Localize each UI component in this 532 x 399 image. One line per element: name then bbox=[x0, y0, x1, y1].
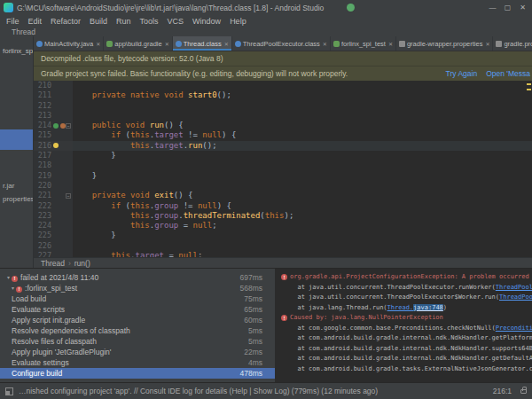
menu-item-build[interactable]: Build bbox=[85, 17, 112, 26]
code-line[interactable]: } bbox=[73, 151, 532, 160]
code-line[interactable]: public void run() { bbox=[73, 121, 532, 130]
build-tree-row[interactable]: Load build75ms bbox=[0, 293, 275, 304]
code-line[interactable]: if (this.group != null) { bbox=[73, 201, 532, 211]
maximize-button[interactable]: ▢ bbox=[500, 2, 515, 13]
fold-icon[interactable]: − bbox=[66, 193, 71, 199]
override-marker-icon[interactable] bbox=[53, 123, 59, 129]
chevron-down-icon[interactable]: ▾ bbox=[12, 283, 14, 293]
stack-frame-link[interactable]: Thread. bbox=[387, 304, 414, 311]
editor-tab[interactable]: MainActivity.java✕ bbox=[34, 36, 104, 51]
project-tree-item[interactable]: r.jar bbox=[3, 179, 34, 192]
build-tree-row[interactable]: Evaluate scripts65ms bbox=[0, 304, 275, 315]
code-line[interactable]: this.group = null; bbox=[73, 221, 532, 231]
code-line[interactable] bbox=[73, 181, 532, 191]
menu-item-run[interactable]: Run bbox=[112, 17, 136, 26]
project-tree-item[interactable]: properties bbox=[3, 192, 34, 206]
code-line[interactable]: this.target = null; bbox=[73, 251, 532, 257]
code-line[interactable]: } bbox=[73, 171, 532, 181]
gutter-line[interactable]: 224 bbox=[34, 221, 73, 231]
build-tree-row[interactable]: ▾!failed at 2021/4/8 11:40697ms bbox=[0, 272, 275, 283]
stack-frame-link[interactable]: Preconditions bbox=[496, 325, 532, 332]
tab-close-icon[interactable]: ✕ bbox=[485, 41, 489, 47]
nav-path[interactable]: Thread bbox=[12, 27, 35, 36]
code-line[interactable]: private native void start0(); bbox=[73, 90, 532, 100]
gutter-line[interactable]: 222 bbox=[34, 201, 73, 211]
gutter-line[interactable]: 226 bbox=[34, 241, 73, 251]
gutter-line[interactable]: 216 bbox=[34, 141, 73, 151]
build-tree-row[interactable]: Resolve files of classpath5ms bbox=[0, 336, 275, 347]
error-stripe-mark[interactable] bbox=[527, 83, 531, 85]
editor[interactable]: 210211212213214−215216217218219220221−22… bbox=[34, 81, 532, 257]
gutter-line[interactable]: 210 bbox=[34, 81, 73, 90]
code-line[interactable] bbox=[73, 81, 532, 90]
gutter-line[interactable]: 225 bbox=[34, 231, 73, 240]
gutter-line[interactable]: 218 bbox=[34, 160, 73, 170]
code-line[interactable] bbox=[73, 101, 532, 111]
gutter-line[interactable]: 213 bbox=[34, 111, 73, 121]
menu-item-help[interactable]: Help bbox=[225, 17, 251, 26]
caret-position[interactable]: 216:1 bbox=[493, 387, 512, 395]
breadcrumb-method[interactable]: run() bbox=[74, 259, 90, 268]
editor-tab[interactable]: gradle.properties✕ bbox=[493, 36, 532, 51]
code-line[interactable] bbox=[73, 160, 532, 170]
menu-item-edit[interactable]: Edit bbox=[24, 17, 47, 26]
editor-tab[interactable]: app\build.gradle✕ bbox=[104, 36, 172, 51]
build-tree-row[interactable]: Configure build478ms bbox=[0, 368, 275, 379]
gutter-line[interactable]: 227 bbox=[34, 251, 73, 257]
gutter-line[interactable]: 223 bbox=[34, 211, 73, 221]
error-stripe-mark[interactable] bbox=[527, 89, 531, 90]
build-tree-row[interactable]: ▾!:forlinx_spi_test568ms bbox=[0, 283, 275, 293]
editor-tab[interactable]: forlinx_spi_test✕ bbox=[331, 36, 396, 51]
tab-close-icon[interactable]: ✕ bbox=[388, 41, 393, 47]
minimize-button[interactable]: — bbox=[485, 2, 500, 13]
menu-item-tools[interactable]: Tools bbox=[136, 17, 163, 26]
build-tree-row[interactable]: Apply plugin 'JetGradlePlugin'22ms bbox=[0, 347, 275, 357]
build-console[interactable]: !org.gradle.api.ProjectConfigurationExce… bbox=[277, 269, 532, 382]
code-line[interactable] bbox=[73, 111, 532, 121]
project-selected-rows[interactable] bbox=[0, 129, 34, 150]
menu-item-vcs[interactable]: VCS bbox=[163, 17, 189, 26]
tab-close-icon[interactable]: ✕ bbox=[96, 41, 100, 47]
build-tree-row[interactable]: Resolve dependencies of classpath5ms bbox=[0, 325, 275, 336]
try-again-link[interactable]: Try Again bbox=[446, 69, 478, 78]
tool-window-toggle-icon[interactable] bbox=[5, 387, 13, 395]
menu-item-file[interactable]: File bbox=[2, 17, 24, 26]
gutter-line[interactable]: 211 bbox=[34, 90, 73, 100]
build-tree-row[interactable]: Apply script init.gradle60ms bbox=[0, 315, 275, 325]
tab-close-icon[interactable]: ✕ bbox=[165, 41, 169, 47]
code-line[interactable] bbox=[73, 241, 532, 251]
gutter-line[interactable]: 215 bbox=[34, 130, 73, 140]
tab-close-icon[interactable]: ✕ bbox=[224, 41, 229, 47]
editor-tab[interactable]: Thread.class✕ bbox=[173, 36, 232, 51]
gutter-line[interactable]: 217 bbox=[34, 151, 73, 160]
editor-gutter[interactable]: 210211212213214−215216217218219220221−22… bbox=[34, 81, 73, 257]
chevron-down-icon[interactable]: ▾ bbox=[7, 272, 10, 283]
gutter-line[interactable]: 214− bbox=[34, 121, 73, 130]
open-messages-link[interactable]: Open 'Messa bbox=[486, 69, 530, 78]
fold-icon[interactable]: − bbox=[66, 123, 71, 129]
gutter-line[interactable]: 212 bbox=[34, 101, 73, 111]
code-line[interactable]: this.group.threadTerminated(this); bbox=[73, 211, 532, 221]
menu-item-refactor[interactable]: Refactor bbox=[46, 17, 85, 26]
editor-tab[interactable]: ThreadPoolExecutor.class✕ bbox=[232, 36, 331, 51]
stack-frame-link[interactable]: java:748 bbox=[413, 304, 443, 311]
navigation-bar[interactable]: Thread bbox=[0, 27, 532, 36]
gutter-line[interactable]: 219 bbox=[34, 171, 73, 181]
project-panel[interactable]: forlinx_spi_te r.jarproperties bbox=[0, 36, 34, 268]
project-root-label[interactable]: forlinx_spi_te bbox=[3, 47, 34, 55]
close-button[interactable]: ✕ bbox=[515, 2, 530, 13]
editor-tab[interactable]: gradle-wrapper.properties✕ bbox=[396, 36, 494, 51]
intention-bulb-icon[interactable] bbox=[53, 143, 59, 148]
code-editor[interactable]: private native void start0(); public voi… bbox=[73, 81, 532, 257]
breadcrumb-class[interactable]: Thread bbox=[41, 259, 65, 268]
code-line[interactable]: if (this.target != null) { bbox=[73, 130, 532, 140]
gutter-line[interactable]: 221− bbox=[34, 191, 73, 200]
lock-icon[interactable] bbox=[520, 389, 527, 394]
stack-frame-link[interactable]: ThreadPoolExec bbox=[499, 293, 532, 301]
code-line[interactable]: private void exit() { bbox=[73, 191, 532, 200]
menu-item-window[interactable]: Window bbox=[188, 17, 225, 26]
gutter-line[interactable]: 220 bbox=[34, 181, 73, 191]
code-line[interactable]: } bbox=[73, 231, 532, 240]
code-line[interactable]: this.target.run(); bbox=[73, 141, 532, 151]
tab-close-icon[interactable]: ✕ bbox=[323, 41, 327, 47]
